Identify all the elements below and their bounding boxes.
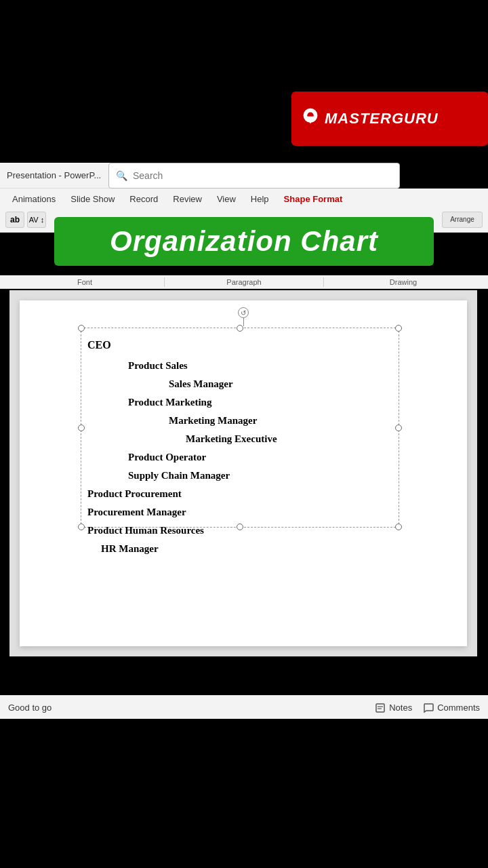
comments-label: Comments	[437, 703, 480, 713]
comments-button[interactable]: Comments	[423, 703, 480, 713]
section-labels: Font Paragraph Drawing	[0, 275, 488, 289]
tab-slideshow[interactable]: Slide Show	[64, 191, 121, 207]
org-chart-title: Organization Chart	[110, 225, 378, 258]
drawing-section-label: Drawing	[324, 278, 483, 286]
list-item: Marketing Manager	[169, 412, 277, 430]
list-item: Product Human Resources	[87, 521, 277, 540]
tab-animations[interactable]: Animations	[5, 191, 62, 207]
list-item: Product Marketing	[128, 393, 277, 412]
font-tool-ab[interactable]: ab	[5, 212, 24, 228]
list-item: Marketing Executive	[186, 430, 277, 448]
list-item: Product Operator	[128, 448, 277, 467]
handle-bl[interactable]	[78, 524, 85, 530]
list-item: Product Procurement	[87, 485, 277, 503]
notes-button[interactable]: Notes	[375, 703, 412, 713]
tab-view[interactable]: View	[210, 191, 243, 207]
pin-icon	[300, 106, 321, 132]
org-chart-content: CEO Product Sales Sales Manager Product …	[87, 336, 277, 558]
bottom-black-bar	[0, 719, 488, 868]
search-bar[interactable]: 🔍	[108, 163, 400, 189]
rotate-handle[interactable]: ↺	[238, 307, 249, 326]
handle-mr[interactable]	[395, 425, 402, 431]
ceo-label: CEO	[87, 336, 277, 355]
search-input[interactable]	[133, 170, 392, 181]
list-item: HR Manager	[101, 540, 277, 558]
tab-record[interactable]: Record	[123, 191, 165, 207]
handle-tl[interactable]	[78, 325, 85, 332]
paragraph-section-label: Paragraph	[165, 278, 323, 286]
status-bar: Good to go Notes Comments	[0, 695, 488, 719]
arrange-btn[interactable]: Arrange	[442, 212, 483, 228]
slide[interactable]: ↺ CEO Product Sales Sales Manager Produc…	[20, 300, 467, 646]
list-item: Sales Manager	[169, 375, 277, 393]
tab-review[interactable]: Review	[166, 191, 209, 207]
font-section-label: Font	[5, 278, 164, 286]
list-item: Product Sales	[128, 357, 277, 375]
handle-tm[interactable]	[237, 325, 243, 332]
org-chart-banner: Organization Chart	[54, 217, 434, 266]
notes-label: Notes	[389, 703, 412, 713]
tab-shape-format[interactable]: Shape Format	[277, 191, 350, 207]
logo-text: MasterGuru	[325, 110, 439, 127]
handle-br[interactable]	[395, 524, 402, 530]
comments-icon	[423, 703, 434, 713]
svg-rect-3	[376, 704, 384, 712]
search-icon: 🔍	[116, 170, 127, 181]
status-text: Good to go	[8, 703, 52, 713]
list-item: Procurement Manager	[87, 503, 277, 521]
masterguru-logo: MasterGuru	[291, 92, 488, 146]
top-black-bar	[0, 0, 488, 88]
status-right: Notes Comments	[375, 703, 480, 713]
tab-help[interactable]: Help	[244, 191, 276, 207]
font-tool-av[interactable]: AV ↕	[27, 212, 46, 228]
slide-area: ↺ CEO Product Sales Sales Manager Produc…	[9, 290, 477, 656]
handle-tr[interactable]	[395, 325, 402, 332]
notes-icon	[375, 703, 386, 713]
window-title: Presentation - PowerP...	[7, 170, 101, 180]
handle-ml[interactable]	[78, 425, 85, 431]
list-item: Supply Chain Manager	[128, 467, 277, 485]
